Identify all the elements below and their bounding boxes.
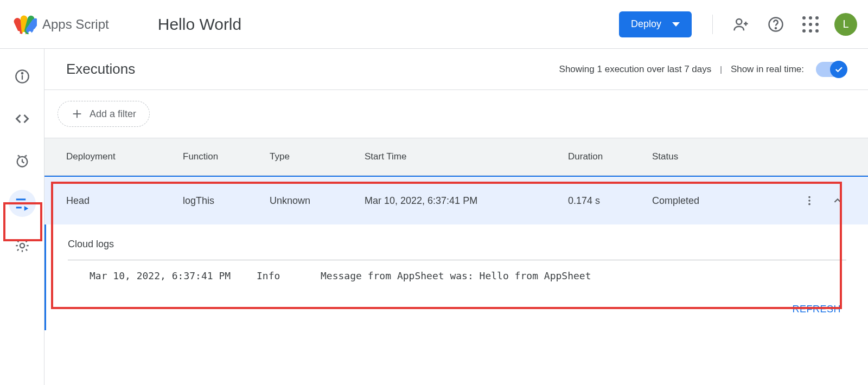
separator: | — [720, 65, 722, 74]
app-header: Apps Script Hello World Deploy L — [0, 0, 868, 49]
share-button[interactable] — [730, 14, 752, 35]
col-header-deployment[interactable]: Deployment — [66, 151, 183, 162]
cell-start-time: Mar 10, 2022, 6:37:41 PM — [365, 195, 568, 207]
page-title: Executions — [66, 61, 135, 78]
col-header-duration[interactable]: Duration — [568, 151, 652, 162]
cloud-logs-title: Cloud logs — [68, 239, 846, 250]
apps-script-logo-icon — [13, 12, 37, 36]
col-header-start-time[interactable]: Start Time — [365, 151, 568, 162]
project-title[interactable]: Hello World — [158, 15, 242, 34]
sidebar-item-overview[interactable] — [9, 63, 36, 90]
executions-table-header: Deployment Function Type Start Time Dura… — [44, 138, 868, 176]
log-level: Info — [257, 270, 305, 281]
header-divider — [712, 15, 713, 34]
clock-icon — [15, 153, 30, 169]
person-add-icon — [733, 16, 749, 33]
executions-summary: Showing 1 execution over last 7 days — [559, 64, 712, 75]
cloud-logs-panel: Cloud logs Mar 10, 2022, 6:37:41 PM Info… — [44, 224, 868, 330]
filter-bar: Add a filter — [44, 90, 868, 138]
apps-launcher-button[interactable] — [800, 14, 821, 35]
log-entry: Mar 10, 2022, 6:37:41 PM Info Message fr… — [68, 270, 846, 281]
svg-point-22 — [808, 200, 810, 202]
executions-header: Executions Showing 1 execution over last… — [44, 49, 868, 90]
sidebar-item-triggers[interactable] — [9, 147, 36, 175]
toggle-knob — [830, 61, 847, 78]
log-timestamp: Mar 10, 2022, 6:37:41 PM — [90, 270, 241, 281]
left-sidebar — [0, 49, 44, 385]
check-icon — [834, 65, 844, 74]
col-header-function[interactable]: Function — [183, 151, 270, 162]
cell-type: Unknown — [270, 195, 365, 207]
plus-icon — [71, 108, 83, 120]
cell-function: logThis — [183, 195, 270, 207]
code-icon — [15, 111, 30, 126]
executions-icon — [14, 195, 30, 211]
help-icon — [768, 16, 784, 33]
logs-divider — [68, 260, 846, 260]
svg-point-18 — [20, 243, 24, 248]
chevron-up-icon — [832, 195, 844, 207]
main-content: Executions Showing 1 execution over last… — [44, 49, 868, 385]
refresh-button[interactable]: REFRESH — [792, 304, 841, 315]
log-message: Message from AppSheet was: Hello from Ap… — [321, 270, 591, 281]
row-collapse-button[interactable] — [829, 192, 846, 209]
realtime-toggle[interactable] — [816, 62, 846, 77]
svg-point-5 — [22, 31, 25, 35]
cell-duration: 0.174 s — [568, 195, 652, 207]
more-vert-icon — [803, 195, 815, 207]
apps-grid-icon — [802, 16, 819, 33]
add-filter-button[interactable]: Add a filter — [58, 101, 150, 127]
cell-deployment: Head — [66, 195, 183, 207]
svg-rect-15 — [16, 198, 25, 200]
svg-point-10 — [775, 27, 776, 28]
svg-point-6 — [28, 31, 31, 34]
account-avatar[interactable]: L — [834, 13, 857, 36]
row-more-button[interactable] — [801, 192, 818, 209]
execution-row[interactable]: Head logThis Unknown Mar 10, 2022, 6:37:… — [44, 176, 868, 224]
avatar-initial: L — [843, 18, 848, 30]
deploy-button-label: Deploy — [631, 18, 661, 30]
gear-icon — [15, 238, 30, 253]
info-icon — [15, 69, 30, 84]
product-name: Apps Script — [42, 17, 109, 32]
svg-point-8 — [736, 19, 742, 24]
sidebar-item-executions[interactable] — [9, 190, 36, 217]
sidebar-item-settings[interactable] — [9, 232, 36, 259]
svg-rect-17 — [16, 207, 21, 208]
cell-status: Completed — [652, 195, 761, 207]
col-header-status[interactable]: Status — [652, 151, 761, 162]
deploy-button[interactable]: Deploy — [619, 11, 692, 37]
svg-point-21 — [808, 196, 810, 198]
realtime-label: Show in real time: — [731, 64, 804, 75]
help-button[interactable] — [765, 14, 787, 35]
svg-rect-16 — [16, 203, 25, 204]
svg-point-23 — [808, 203, 810, 206]
add-filter-label: Add a filter — [90, 108, 136, 120]
svg-point-4 — [17, 30, 20, 34]
chevron-down-icon — [672, 22, 680, 27]
svg-point-7 — [34, 29, 36, 32]
col-header-type[interactable]: Type — [270, 151, 365, 162]
svg-point-13 — [21, 73, 22, 74]
product-logo-block[interactable]: Apps Script — [13, 12, 109, 36]
sidebar-item-editor[interactable] — [9, 105, 36, 132]
